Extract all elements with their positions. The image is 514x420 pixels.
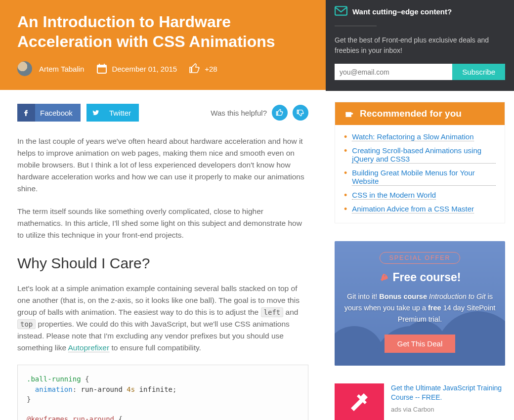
inline-code: left — [261, 307, 284, 317]
like-number: +28 — [205, 65, 217, 73]
calendar-icon — [96, 63, 108, 75]
recommended-box: Recommended for you Watch: Refactoring a… — [335, 102, 505, 223]
get-deal-button[interactable]: Get This Deal — [385, 335, 455, 353]
recommended-link[interactable]: Building Great Mobile Menus for Your Web… — [352, 168, 496, 186]
paragraph: In the last couple of years we've often … — [17, 135, 308, 195]
carbon-ad: Get the Ultimate JavaScript Training Cou… — [335, 383, 505, 420]
code-block: .ball-running { animation: run-around 4s… — [17, 365, 308, 420]
offer-badge: SPECIAL OFFER — [380, 252, 460, 264]
list-item: Watch: Refactoring a Slow Animation — [344, 130, 496, 144]
share-bar: Facebook Twitter Was this helpful? — [17, 104, 308, 122]
hammer-icon — [347, 392, 372, 412]
facebook-label: Facebook — [40, 109, 73, 117]
inline-code: top — [17, 319, 36, 329]
recommended-link[interactable]: Animation Advice from a CSS Master — [352, 205, 474, 213]
svg-rect-1 — [97, 65, 106, 67]
author-link[interactable]: Artem Tabalin — [17, 61, 84, 76]
newsletter-subtext: Get the best of Front-end plus exclusive… — [335, 35, 505, 56]
author-name: Artem Tabalin — [39, 65, 84, 73]
paragraph: Let's look at a simple animation example… — [17, 283, 308, 354]
paragraph: The term itself sounds like something ov… — [17, 206, 308, 241]
ad-link[interactable]: Get the Ultimate JavaScript Training Cou… — [391, 383, 505, 403]
page-title: An Introduction to Hardware Acceleration… — [17, 12, 308, 51]
like-count[interactable]: +28 — [189, 63, 217, 75]
ad-via: ads via Carbon — [391, 406, 505, 413]
thumbs-up-icon — [189, 63, 201, 75]
ad-image[interactable] — [335, 383, 384, 420]
article-meta: Artem Tabalin December 01, 2015 +28 — [17, 61, 308, 76]
facebook-icon — [22, 109, 30, 117]
offer-text: Git into it! Bonus course Introduction t… — [343, 291, 496, 326]
twitter-icon — [91, 109, 99, 117]
thumbs-down-icon — [297, 109, 304, 117]
helpful-yes-button[interactable] — [272, 105, 288, 121]
recommended-list: Watch: Refactoring a Slow Animation Crea… — [335, 125, 505, 223]
newsletter-box: Want cutting–edge content? Get the best … — [326, 0, 514, 91]
list-item: Building Great Mobile Menus for Your Web… — [344, 166, 496, 188]
helpful-no-button[interactable] — [293, 105, 308, 121]
subscribe-button[interactable]: Subscribe — [452, 64, 505, 80]
thumbs-up-icon — [276, 109, 284, 117]
recommended-heading: Recommended for you — [360, 108, 462, 119]
recommended-link[interactable]: CSS in the Modern World — [352, 191, 436, 200]
recommended-link[interactable]: Creating Scroll-based Animations using j… — [352, 146, 496, 164]
coffee-icon — [344, 109, 354, 119]
special-offer-box: SPECIAL OFFER Free course! Git into it! … — [335, 241, 505, 366]
list-item: Animation Advice from a CSS Master — [344, 202, 496, 216]
date-text: December 01, 2015 — [112, 65, 177, 73]
email-field[interactable] — [335, 64, 452, 80]
publish-date: December 01, 2015 — [96, 63, 177, 75]
newsletter-heading: Want cutting–edge content? — [352, 7, 452, 16]
article-hero: An Introduction to Hardware Acceleration… — [0, 0, 326, 90]
recommended-link[interactable]: Watch: Refactoring a Slow Animation — [352, 132, 473, 141]
offer-title: Free course! — [392, 271, 461, 284]
divider — [335, 26, 377, 26]
list-item: CSS in the Modern World — [344, 188, 496, 202]
autoprefixer-link[interactable]: Autoprefixer — [68, 343, 110, 352]
rocket-icon — [379, 273, 388, 283]
share-twitter-button[interactable]: Twitter — [86, 104, 139, 122]
twitter-label: Twitter — [109, 109, 131, 117]
envelope-icon — [335, 6, 347, 17]
helpful-label: Was this helpful? — [211, 109, 267, 117]
list-item: Creating Scroll-based Animations using j… — [344, 144, 496, 166]
section-heading: Why Should I Care? — [17, 255, 308, 272]
svg-rect-4 — [335, 6, 347, 15]
author-avatar — [17, 61, 32, 76]
share-facebook-button[interactable]: Facebook — [17, 104, 81, 122]
